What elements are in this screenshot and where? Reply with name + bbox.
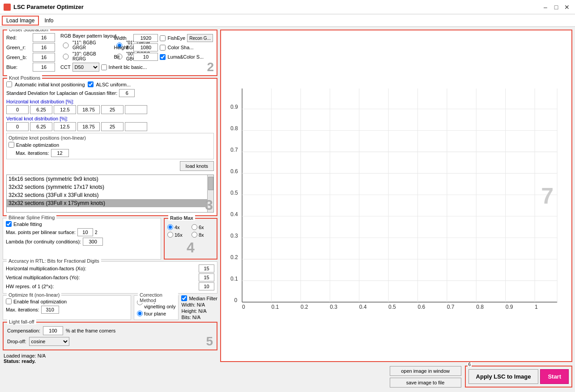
lambda-label: Lambda (for continuity conditions): <box>6 239 81 244</box>
bit-input[interactable] <box>133 53 158 61</box>
bilinear-label: Bilinear Spline Fitting <box>7 215 56 220</box>
bayer-10-label: "10": GBGB RGRG <box>72 51 113 61</box>
ratio-16x-radio[interactable] <box>167 232 173 238</box>
enable-final-checkbox[interactable] <box>6 298 12 304</box>
opt-max-iter-label: Max. iterations: <box>6 307 39 312</box>
colorsha-label: Color Sha... <box>167 45 193 50</box>
greenr-input[interactable] <box>33 43 55 52</box>
opt-max-iter-input[interactable] <box>41 306 59 314</box>
greenb-input[interactable] <box>33 53 55 62</box>
max-iter-input[interactable] <box>51 149 69 157</box>
horiz-mult-input[interactable] <box>199 264 214 273</box>
median-checkbox[interactable] <box>181 295 187 301</box>
open-image-button[interactable]: open image in window <box>390 366 461 376</box>
horiz-3[interactable] <box>77 105 100 114</box>
enable-opt-checkbox[interactable] <box>9 142 14 148</box>
recon-button[interactable]: Recon G... <box>187 34 213 42</box>
horiz-dist-label: Horizontal knot distribution [%]: <box>6 99 214 104</box>
opt-max-iter-row: Max. iterations: <box>6 306 128 314</box>
horiz-mult-label: Horizontal multiplication-factors (Xo): <box>6 266 196 271</box>
close-button[interactable]: ✕ <box>562 3 571 12</box>
greenb-row: Green_b: <box>6 53 55 62</box>
ratio-6x-radio[interactable] <box>192 224 197 230</box>
percent-label: % at the frame corners <box>66 328 115 333</box>
maximize-button[interactable]: □ <box>552 3 561 12</box>
svg-text:0.5: 0.5 <box>230 190 238 196</box>
list-item[interactable]: 16x16 sections (symmetric 9x9 knots) <box>7 175 207 183</box>
red-input[interactable] <box>33 33 55 42</box>
width-input[interactable] <box>133 34 158 42</box>
max-points-input[interactable] <box>77 228 93 236</box>
median-bits: Bits: N/A <box>181 315 217 320</box>
vert-5[interactable] <box>125 122 147 131</box>
horiz-5[interactable] <box>125 105 147 114</box>
vert-0[interactable] <box>6 122 29 131</box>
colorsha-checkbox[interactable] <box>160 45 166 51</box>
width-row: Width FishEye Recon G... <box>114 34 213 42</box>
start-button[interactable]: Start <box>540 369 569 384</box>
svg-text:0.7: 0.7 <box>447 304 455 310</box>
auto-knot-checkbox[interactable] <box>6 81 12 87</box>
stddev-input[interactable] <box>119 89 135 97</box>
enable-final-row: Enable final optimization <box>6 298 128 304</box>
section-badge-6-label: 6 <box>468 362 472 367</box>
save-image-button[interactable]: save image to file <box>390 378 461 388</box>
load-image-menu[interactable]: Load Image <box>2 16 39 26</box>
vert-dist-label: Vertical knot distribution [%]: <box>6 116 214 121</box>
ratio-4x-radio[interactable] <box>167 224 173 230</box>
vert-4[interactable] <box>101 122 124 131</box>
greenr-label: Green_r: <box>6 45 31 50</box>
ratio-4x-row: 4x <box>167 224 190 230</box>
blue-input[interactable] <box>33 63 55 72</box>
ratio-8x-radio[interactable] <box>192 232 197 238</box>
horiz-1[interactable] <box>30 105 52 114</box>
svg-text:0.9: 0.9 <box>506 304 513 310</box>
section-badge-2: 2 <box>207 60 214 74</box>
compensation-input[interactable] <box>43 326 63 335</box>
horiz-0[interactable] <box>6 105 29 114</box>
hw-repr-input[interactable] <box>199 282 214 290</box>
bayer-10-radio[interactable] <box>60 54 71 60</box>
ratio-options: 4x 6x 16x 8x <box>167 224 214 238</box>
inherit-blc-checkbox[interactable] <box>101 64 107 70</box>
load-knots-button[interactable]: load knots <box>180 161 214 171</box>
title-bar: LSC Parameter Optimizer – □ ✕ <box>0 0 575 14</box>
horiz-4[interactable] <box>101 105 124 114</box>
svg-text:1: 1 <box>535 304 538 310</box>
cct-select[interactable]: D50 D65 <box>72 63 99 72</box>
vert-1[interactable] <box>30 122 52 131</box>
superscript-2: 2 <box>95 230 98 235</box>
minimize-button[interactable]: – <box>541 3 550 12</box>
dims-checkboxes: Width FishEye Recon G... Height Color Sh… <box>114 34 213 61</box>
alsc-checkbox[interactable] <box>88 81 94 87</box>
apply-lsc-button[interactable]: Apply LSC to Image <box>469 369 539 384</box>
light-falloff-label: Light fall-off <box>7 319 36 324</box>
dropoff-select[interactable]: cosine linear <box>29 337 69 346</box>
lumacolor-checkbox[interactable] <box>160 54 166 60</box>
list-item[interactable]: 32x32 sections (symmetric 17x17 knots) <box>7 183 207 191</box>
chart-badge-7: 7 <box>541 183 554 209</box>
horiz-2[interactable] <box>54 105 76 114</box>
list-item-selected[interactable]: 32x32 sections (33Full x 17Symm knots) <box>7 199 207 207</box>
vert-3[interactable] <box>77 122 100 131</box>
lambda-input[interactable] <box>83 238 103 246</box>
max-points-row: Max. points per bilinear surface: 2 <box>6 228 158 236</box>
svg-text:0.6: 0.6 <box>417 304 425 310</box>
svg-text:0: 0 <box>234 297 238 303</box>
vert-2[interactable] <box>54 122 76 131</box>
enable-fitting-checkbox[interactable] <box>6 221 12 227</box>
fisheye-checkbox[interactable] <box>160 35 166 41</box>
bayer-11-radio[interactable] <box>60 43 71 48</box>
ratio-8x-label: 8x <box>199 232 204 238</box>
info-menu[interactable]: Info <box>41 17 57 25</box>
enable-opt-row: Enable optimization <box>9 142 212 148</box>
height-input[interactable] <box>133 43 158 51</box>
vert-mult-input[interactable] <box>199 273 214 281</box>
svg-text:0.1: 0.1 <box>230 276 238 282</box>
optimize-fit-label: Optimize fit (non-linear) <box>7 292 61 298</box>
inherit-blc-label: Inherit blc basic... <box>109 64 147 70</box>
four-plane-radio[interactable] <box>137 311 143 316</box>
four-plane-label: four plane <box>144 311 166 316</box>
list-item[interactable]: 32x32 sections (33Full x 33Full knots) <box>7 191 207 199</box>
median-height: Height: N/A <box>181 308 217 314</box>
